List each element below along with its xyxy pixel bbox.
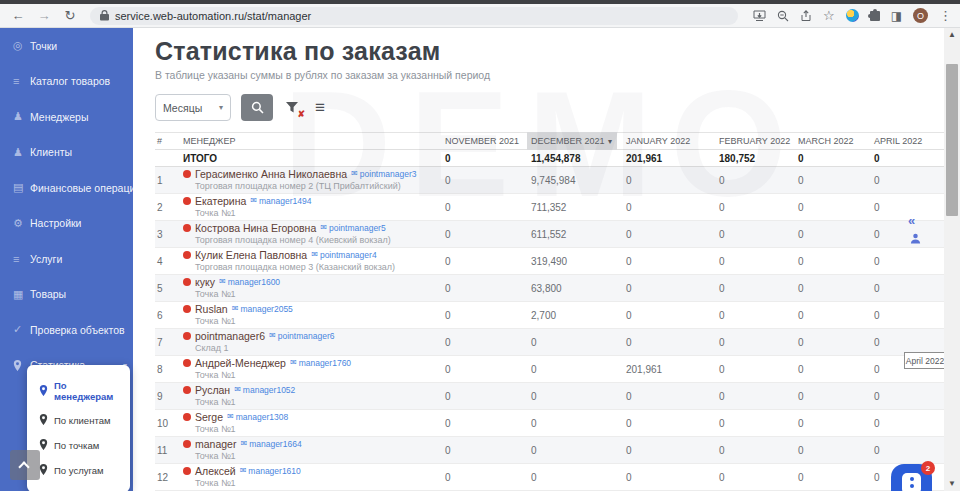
- chevron-down-icon: ▾: [219, 103, 223, 112]
- menu-kebab-icon[interactable]: ⋮: [939, 9, 952, 22]
- manager-location: Точка №1: [195, 316, 236, 327]
- value-cell: 0: [443, 437, 529, 463]
- manager-login-link[interactable]: ✉pointmanager6: [269, 331, 334, 342]
- sidebar-item-label: Менеджеры: [30, 111, 89, 123]
- manager-location: Торговая площадка номер 4 (Киевский вокз…: [195, 235, 391, 246]
- status-dot-icon: [183, 224, 191, 232]
- submenu-item[interactable]: По клиентам: [27, 408, 130, 433]
- scrollbar-thumb[interactable]: [946, 64, 958, 216]
- manager-login-link[interactable]: ✉manager2055: [232, 304, 293, 315]
- scrollbar-up-arrow[interactable]: ▲: [944, 28, 960, 42]
- manager-login-link[interactable]: ✉manager1494: [250, 196, 311, 207]
- manager-login-link[interactable]: ✉manager1308: [227, 412, 288, 423]
- manager-cell: Андрей-Менеджер✉manager1760Точка №1: [181, 356, 443, 382]
- check-icon: ✓: [13, 323, 30, 336]
- gear-icon: ⚙: [13, 217, 30, 230]
- manager-location: Склад 1: [195, 343, 229, 354]
- sidebar-item[interactable]: ♟Клиенты: [0, 135, 133, 171]
- chat-widget-button[interactable]: 2: [891, 464, 932, 491]
- columns-menu-icon[interactable]: ≡: [315, 98, 325, 118]
- value-cell: 0: [717, 329, 796, 355]
- sidebar-item[interactable]: ▦Товары: [0, 277, 133, 313]
- users-icon: ♟: [13, 110, 30, 123]
- person-icon[interactable]: [909, 231, 922, 249]
- manager-login-link[interactable]: ✉pointmanager3: [351, 169, 416, 180]
- manager-cell: Кострова Нина Егоровна✉pointmanager5Торг…: [181, 221, 443, 247]
- value-cell: 0: [796, 356, 872, 382]
- column-header[interactable]: DECEMBER 2021▾: [529, 133, 624, 149]
- manager-login-link[interactable]: ✉pointmanager4: [311, 250, 376, 261]
- column-header[interactable]: MARCH 2022: [796, 133, 872, 149]
- scrollbar-down-arrow[interactable]: ▼: [944, 477, 960, 491]
- side-panel-icon[interactable]: ◨: [891, 10, 902, 22]
- column-header[interactable]: APRIL 2022: [872, 133, 944, 149]
- submenu-item[interactable]: По услугам: [27, 458, 130, 483]
- sidebar-item[interactable]: ≡Услуги: [0, 241, 133, 277]
- value-cell: 0: [624, 275, 717, 301]
- column-header[interactable]: #: [155, 133, 181, 149]
- value-cell: 63,800: [529, 275, 624, 301]
- chat-bubble-icon: [902, 473, 921, 491]
- address-bar[interactable]: service.web-automation.ru/stat/manager: [90, 7, 738, 25]
- value-cell: 0: [717, 194, 796, 220]
- submenu-item[interactable]: По менеджерам: [27, 374, 130, 408]
- manager-login-link[interactable]: ✉manager1760: [290, 358, 351, 369]
- row-number: 5: [155, 275, 181, 301]
- page-scrollbar[interactable]: ▲ ▼: [944, 28, 960, 491]
- value-cell: 0: [529, 329, 624, 355]
- envelope-icon: ✉: [269, 331, 276, 341]
- extension-colored-icon[interactable]: [846, 9, 859, 22]
- manager-login-link[interactable]: ✉manager1052: [234, 385, 295, 396]
- screenshot-root: ← → ↻ service.web-automation.ru/stat/man…: [0, 0, 960, 491]
- scroll-to-top-button[interactable]: [10, 450, 40, 480]
- submenu-item[interactable]: По точкам: [27, 433, 130, 458]
- sidebar-item[interactable]: ≡Каталог товаров: [0, 64, 133, 100]
- period-select[interactable]: Месяцы ▾: [155, 94, 231, 121]
- sidebar-item[interactable]: ◎Точки: [0, 28, 133, 64]
- extensions-puzzle-icon[interactable]: [870, 11, 880, 21]
- profile-avatar[interactable]: O: [913, 8, 928, 23]
- manager-login-link[interactable]: ✉pointmanager5: [320, 223, 385, 234]
- sidebar-item[interactable]: ✓Проверка объектов: [0, 312, 133, 348]
- manager-cell: Ruslan✉manager2055Точка №1: [181, 302, 443, 328]
- sidebar-item[interactable]: ▤Финансовые операции: [0, 170, 133, 206]
- manager-login-link[interactable]: ✉manager1664: [240, 439, 301, 450]
- totals-value: 201,961: [624, 150, 717, 166]
- manager-login-link[interactable]: ✉manager1610: [240, 466, 301, 477]
- value-cell: 0: [624, 194, 717, 220]
- table-row: 4Кулик Елена Павловна✉pointmanager4Торго…: [155, 248, 944, 275]
- manager-name: pointmanager6: [195, 330, 265, 343]
- reload-icon[interactable]: ↻: [60, 8, 80, 23]
- install-icon[interactable]: [753, 10, 766, 22]
- table-row: 9Руслан✉manager1052Точка №1000000: [155, 383, 944, 410]
- sidebar-item[interactable]: ♟Менеджеры: [0, 99, 133, 135]
- forward-icon[interactable]: →: [34, 8, 54, 23]
- envelope-icon: ✉: [320, 223, 327, 233]
- manager-name: Serge: [195, 411, 223, 424]
- share-icon[interactable]: [800, 10, 812, 22]
- column-header[interactable]: NOVEMBER 2021: [443, 133, 529, 149]
- collapse-panel-icon[interactable]: «: [908, 213, 915, 228]
- bookmark-star-icon[interactable]: ☆: [823, 9, 835, 22]
- users-icon: ♟: [13, 146, 30, 159]
- page-subtitle: В таблице указаны суммы в рублях по зака…: [155, 69, 944, 81]
- envelope-icon: ✉: [351, 169, 358, 179]
- value-cell: 0: [443, 221, 529, 247]
- column-header[interactable]: JANUARY 2022: [624, 133, 717, 149]
- manager-name: Кострова Нина Егоровна: [195, 222, 316, 235]
- manager-name: Герасименко Анна Николаевна: [195, 168, 347, 181]
- sidebar-item[interactable]: ⚙Настройки: [0, 206, 133, 242]
- envelope-icon: ✉: [311, 250, 318, 260]
- column-header[interactable]: FEBRUARY 2022: [717, 133, 796, 149]
- zoom-out-icon[interactable]: [777, 10, 789, 22]
- value-cell: 0: [443, 464, 529, 490]
- manager-cell: Екатерина✉manager1494Точка №1: [181, 194, 443, 220]
- manager-location: Точка №1: [195, 370, 236, 381]
- search-button[interactable]: [241, 94, 273, 121]
- value-cell: 0: [624, 437, 717, 463]
- clear-filter-button[interactable]: ✘: [285, 100, 301, 116]
- column-header[interactable]: МЕНЕДЖЕР: [181, 133, 443, 149]
- back-icon[interactable]: ←: [8, 8, 28, 23]
- row-number: 2: [155, 194, 181, 220]
- manager-login-link[interactable]: ✉manager1600: [219, 277, 280, 288]
